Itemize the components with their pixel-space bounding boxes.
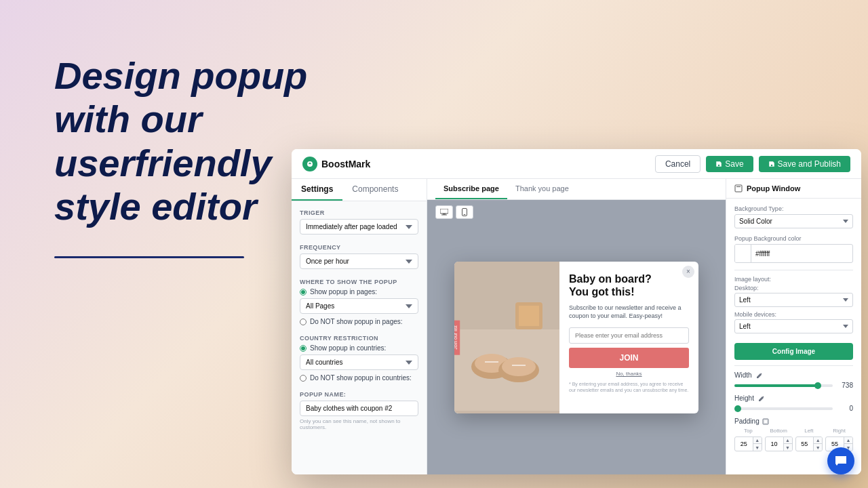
padding-icon xyxy=(762,418,769,425)
popup-close-button[interactable]: × xyxy=(682,266,694,278)
show-in-pages-radio[interactable] xyxy=(300,289,307,296)
pages-select[interactable]: All Pages xyxy=(300,298,418,314)
padding-bottom-input-wrap: ▲ ▼ xyxy=(765,436,793,451)
height-slider[interactable] xyxy=(734,407,833,410)
width-field: Width 738 xyxy=(734,371,853,389)
popup-name-hint: Only you can see this name, not shown to… xyxy=(300,418,418,430)
svg-rect-4 xyxy=(464,214,466,215)
right-panel: Popup Window Background Type: Solid Colo… xyxy=(726,179,861,474)
popup-name-input[interactable] xyxy=(300,401,418,416)
padding-bottom-down[interactable]: ▼ xyxy=(784,444,792,451)
right-panel-body: Background Type: Solid Color Popup Backg… xyxy=(726,199,861,474)
desktop-layout-label: Desktop: xyxy=(734,285,853,291)
padding-left-label: Left xyxy=(795,428,823,434)
svg-point-12 xyxy=(502,357,536,376)
svg-rect-1 xyxy=(443,214,446,215)
popup-headline: Baby on board?You got this! xyxy=(569,272,689,298)
countries-select[interactable]: All countries xyxy=(300,354,418,370)
config-image-button[interactable]: Config Image xyxy=(734,343,853,360)
frequency-label: FREQUENCY xyxy=(300,244,418,251)
frequency-group: FREQUENCY Once per hour xyxy=(300,244,418,269)
popup-join-button[interactable]: JOIN xyxy=(569,348,689,368)
popup-no-thanks-link[interactable]: No, thanks xyxy=(569,371,689,377)
svg-rect-19 xyxy=(837,459,844,460)
height-label: Height xyxy=(734,394,754,402)
width-row: Width xyxy=(734,371,853,379)
svg-rect-20 xyxy=(837,461,842,462)
popup-name-label: POPUP NAME: xyxy=(300,391,418,398)
right-panel-title: Popup Window xyxy=(747,184,800,192)
popup-preview: × Join our list xyxy=(454,262,698,413)
padding-bottom-stepper: ▲ ▼ xyxy=(783,437,792,451)
mobile-view-button[interactable] xyxy=(456,205,473,219)
top-bar: BoostMark Cancel Save Save and Publish xyxy=(292,149,861,179)
editor-window: BoostMark Cancel Save Save and Publish S… xyxy=(292,149,861,474)
do-not-show-option[interactable]: Do NOT show popup in pages: xyxy=(300,318,418,325)
country-group: COUNTRY RESTRICTION Show popup in countr… xyxy=(300,335,418,382)
save-button[interactable]: Save xyxy=(706,156,753,172)
chat-button[interactable] xyxy=(827,447,854,474)
cancel-button[interactable]: Cancel xyxy=(655,155,701,173)
padding-labels-row: Top Bottom Left Right xyxy=(734,428,853,434)
save-publish-button[interactable]: Save and Publish xyxy=(759,156,850,172)
tab-subscribe-page[interactable]: Subscribe page xyxy=(435,179,507,199)
do-not-show-radio[interactable] xyxy=(300,319,307,325)
tab-thank-you-page[interactable]: Thank you page xyxy=(507,179,577,199)
do-not-show-countries-radio[interactable] xyxy=(300,375,307,382)
popup-disclaimer: * By entering your email address, you ag… xyxy=(569,381,689,393)
right-panel-header: Popup Window xyxy=(726,179,861,199)
panel-body: TRIGER Immediately after page loaded FRE… xyxy=(292,201,427,474)
tab-settings[interactable]: Settings xyxy=(292,179,342,201)
padding-top-up[interactable]: ▲ xyxy=(753,437,762,444)
height-row: Height xyxy=(734,394,853,402)
triger-select[interactable]: Immediately after page loaded xyxy=(300,219,418,235)
show-pages-radio-group: Show popup in pages: All Pages Do NOT sh… xyxy=(300,288,418,325)
desktop-layout-select[interactable]: Left xyxy=(734,293,853,307)
svg-rect-8 xyxy=(519,306,539,326)
svg-rect-0 xyxy=(440,209,448,214)
popup-email-input[interactable] xyxy=(569,327,689,344)
left-panel: Settings Components TRIGER Immediately a… xyxy=(292,179,427,474)
padding-left-input[interactable] xyxy=(796,439,814,449)
desktop-view-button[interactable] xyxy=(435,205,453,219)
show-countries-radio[interactable] xyxy=(300,345,307,352)
panel-tabs: Settings Components xyxy=(292,179,427,201)
popup-name-group: POPUP NAME: Only you can see this name, … xyxy=(300,391,418,430)
height-edit-icon[interactable] xyxy=(758,395,765,402)
show-countries-option[interactable]: Show popup in countries: xyxy=(300,344,418,352)
frequency-select[interactable]: Once per hour xyxy=(300,253,418,269)
show-in-pages-option[interactable]: Show popup in pages: xyxy=(300,288,418,296)
padding-section: Padding Top Bottom Left Right ▲ xyxy=(734,418,853,451)
hero-divider xyxy=(54,256,244,258)
width-edit-icon[interactable] xyxy=(756,372,763,379)
padding-right-up[interactable]: ▲ xyxy=(844,437,852,444)
country-label: COUNTRY RESTRICTION xyxy=(300,335,418,342)
main-content: Settings Components TRIGER Immediately a… xyxy=(292,179,861,474)
padding-top-down[interactable]: ▼ xyxy=(753,444,762,451)
padding-bottom-up[interactable]: ▲ xyxy=(784,437,792,444)
padding-bottom-input[interactable] xyxy=(766,439,783,449)
padding-top-input-wrap: ▲ ▼ xyxy=(734,436,762,451)
padding-top-input[interactable] xyxy=(735,439,753,449)
mobile-layout-select[interactable]: Left xyxy=(734,319,853,333)
padding-right-label: Right xyxy=(825,428,853,434)
bg-type-select[interactable]: Solid Color xyxy=(734,214,853,228)
height-value: 0 xyxy=(837,405,853,412)
svg-rect-17 xyxy=(763,419,768,424)
section-divider-2 xyxy=(734,365,853,366)
width-label: Width xyxy=(734,371,752,379)
padding-left-stepper: ▲ ▼ xyxy=(813,437,822,451)
tab-components[interactable]: Components xyxy=(342,179,408,201)
color-swatch[interactable] xyxy=(735,245,751,262)
color-text-input[interactable] xyxy=(751,247,852,260)
where-label: WHERE TO SHOW THE POPUP xyxy=(300,279,418,285)
preview-toolbar xyxy=(435,205,473,219)
padding-left-up[interactable]: ▲ xyxy=(814,437,822,444)
popup-text-side: Baby on board?You got this! Subscribe to… xyxy=(559,262,698,413)
do-not-show-countries-option[interactable]: Do NOT show popup in countries: xyxy=(300,374,418,382)
width-slider[interactable] xyxy=(734,384,833,387)
padding-left-down[interactable]: ▼ xyxy=(814,444,822,451)
height-slider-row: 0 xyxy=(734,405,853,412)
popup-subtext: Subscribe to our newsletter and receive … xyxy=(569,304,689,321)
image-layout-field: Image layout: Desktop: Left Mobile devic… xyxy=(734,276,853,333)
